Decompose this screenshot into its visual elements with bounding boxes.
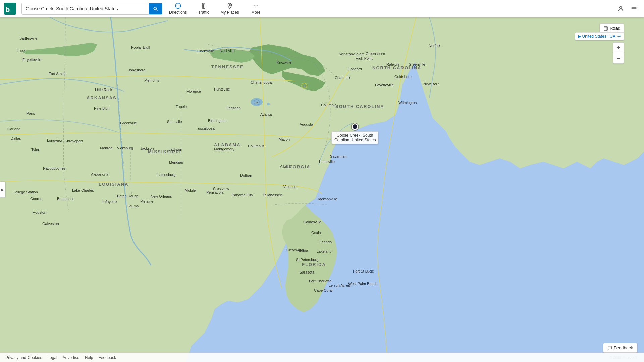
location-breadcrumb[interactable]: ▶ United States · GA	[575, 32, 624, 40]
svg-point-11	[620, 6, 622, 9]
header-right	[614, 3, 640, 15]
map-type-label: Road	[610, 26, 620, 31]
sidebar-toggle-icon: ▶	[1, 188, 4, 192]
zoom-in-button[interactable]: +	[613, 42, 624, 53]
map-container[interactable]: 26 77 TENNESSEEARKANSASALABAMAMISSISSIPP…	[0, 17, 644, 362]
svg-point-7	[229, 4, 230, 6]
pin-label: Goose Creek, South Carolina, United Stat…	[331, 131, 378, 144]
search-input[interactable]	[22, 3, 149, 14]
svg-rect-14	[632, 10, 637, 10]
footer-legal[interactable]: Legal	[47, 355, 57, 360]
account-button[interactable]	[614, 3, 627, 15]
footer-advertise[interactable]: Advertise	[63, 355, 79, 360]
pin-label-line2: Carolina, United States	[334, 138, 376, 142]
road-icon	[603, 26, 608, 31]
nav-directions-label: Directions	[169, 10, 187, 15]
svg-point-5	[203, 5, 204, 6]
map-background: 26 77 TENNESSEEARKANSASALABAMAMISSISSIPP…	[0, 17, 644, 362]
pin-label-line1: Goose Creek, South	[337, 133, 373, 138]
svg-text:77: 77	[255, 102, 258, 104]
zoom-controls: + −	[613, 42, 624, 64]
settings-icon	[617, 34, 621, 38]
zoom-out-button[interactable]: −	[613, 53, 624, 64]
pin-dot[interactable]	[352, 123, 358, 130]
search-box-container	[21, 3, 162, 15]
nav-my-places-label: My Places	[220, 10, 239, 15]
svg-text:b: b	[5, 5, 10, 14]
breadcrumb-text: United States · GA	[582, 34, 615, 39]
location-pin[interactable]: Goose Creek, South Carolina, United Stat…	[352, 123, 358, 130]
svg-text:26: 26	[303, 85, 306, 88]
feedback-button[interactable]: Feedback	[603, 343, 637, 353]
svg-point-9	[255, 5, 256, 6]
footer-feedback[interactable]: Feedback	[98, 355, 116, 360]
nav-more-label: More	[251, 10, 260, 15]
svg-point-8	[254, 5, 255, 6]
svg-rect-13	[632, 8, 637, 9]
nav-more[interactable]: More	[246, 1, 266, 16]
svg-point-16	[267, 103, 270, 105]
svg-rect-21	[604, 26, 608, 30]
menu-button[interactable]	[628, 3, 640, 15]
nav-traffic[interactable]: Traffic	[194, 1, 214, 16]
footer: Privacy and Cookies Legal Advertise Help…	[0, 353, 644, 362]
search-button[interactable]	[149, 3, 162, 15]
nav-traffic-label: Traffic	[198, 10, 209, 15]
header: b Directions Traffic My P	[0, 0, 644, 17]
svg-rect-12	[632, 7, 637, 8]
feedback-label: Feedback	[614, 345, 633, 350]
svg-point-4	[203, 4, 204, 5]
svg-point-22	[619, 36, 620, 37]
nav-my-places[interactable]: My Places	[216, 1, 243, 16]
feedback-icon	[607, 346, 612, 350]
bing-logo[interactable]: b	[4, 3, 16, 15]
map-svg: 26 77	[0, 17, 644, 362]
map-type-button[interactable]: Road	[600, 23, 624, 33]
nav-directions[interactable]: Directions	[165, 1, 191, 16]
footer-help[interactable]: Help	[85, 355, 93, 360]
sidebar-toggle[interactable]: ▶	[0, 182, 5, 198]
footer-privacy[interactable]: Privacy and Cookies	[5, 355, 42, 360]
svg-point-10	[257, 5, 258, 6]
breadcrumb-icon: ▶	[578, 34, 581, 39]
svg-point-6	[203, 7, 204, 8]
